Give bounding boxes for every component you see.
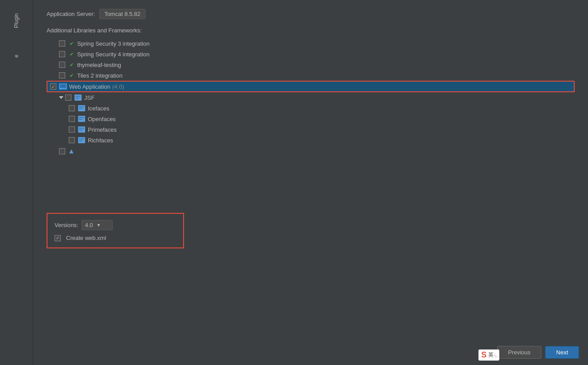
sidebar-e-label: e <box>13 55 20 58</box>
app-server-row: Application Server: Tomcat 8.5.82 <box>47 9 575 19</box>
checkbox-richfaces[interactable] <box>69 137 75 143</box>
item-version-webapp: (4.0) <box>112 83 124 90</box>
list-item-thymeleaf[interactable]: thymeleaf-testing <box>47 59 575 70</box>
checkbox-webapp[interactable] <box>50 83 56 90</box>
checkbox-jsf[interactable] <box>65 94 71 101</box>
svg-rect-10 <box>79 117 84 118</box>
checkbox-openfaces[interactable] <box>69 116 75 122</box>
more-icon: ▲ <box>68 147 75 155</box>
svg-rect-8 <box>79 108 82 109</box>
green-check-icon-thymeleaf <box>68 61 75 68</box>
item-label-thymeleaf: thymeleaf-testing <box>77 62 121 68</box>
svg-rect-16 <box>79 138 84 139</box>
version-value: 4.0 <box>85 222 93 228</box>
green-check-icon-spring3 <box>68 40 75 47</box>
checkbox-create-webxml[interactable] <box>55 235 61 241</box>
libraries-list: Spring Security 3 integration Spring Sec… <box>47 38 575 207</box>
list-item-jsf[interactable]: JSF <box>47 92 575 103</box>
create-webxml-row: Create web.xml <box>55 235 176 241</box>
previous-button[interactable]: Previous <box>497 346 542 359</box>
sogou-s-icon: S <box>481 350 486 360</box>
list-item-openfaces[interactable]: Openfaces <box>47 114 575 124</box>
item-label-spring3: Spring Security 3 integration <box>77 40 149 47</box>
checkbox-icefaces[interactable] <box>69 105 75 111</box>
list-item-richfaces[interactable]: Richfaces <box>47 135 575 145</box>
create-webxml-label: Create web.xml <box>66 235 106 241</box>
version-select[interactable]: 4.0 ▼ <box>82 220 113 230</box>
list-item-primefaces[interactable]: Primefaces <box>47 124 575 135</box>
list-item-spring4[interactable]: Spring Security 4 integration <box>47 49 575 59</box>
green-check-icon-spring4 <box>68 51 75 58</box>
svg-rect-17 <box>79 140 82 141</box>
svg-rect-7 <box>79 106 84 107</box>
version-select-arrow-icon: ▼ <box>97 223 101 228</box>
list-item-webapp[interactable]: Web Application (4.0) <box>47 81 575 92</box>
green-check-icon-tiles2 <box>68 72 75 79</box>
versions-label: Versions: <box>55 222 78 228</box>
svg-rect-14 <box>79 130 82 130</box>
list-item-tiles2[interactable]: Tiles 2 integration <box>47 70 575 81</box>
list-item-icefaces[interactable]: Icefaces <box>47 103 575 114</box>
svg-rect-5 <box>75 98 79 98</box>
versions-row: Versions: 4.0 ▼ <box>55 220 176 230</box>
libraries-section-label: Additional Libraries and Frameworks: <box>47 27 575 34</box>
jsf-icon <box>74 94 82 101</box>
item-label-primefaces: Primefaces <box>88 126 117 133</box>
next-button[interactable]: Next <box>545 346 579 359</box>
item-label-tiles2: Tiles 2 integration <box>77 72 122 79</box>
item-label-jsf: JSF <box>84 94 94 101</box>
item-label-webapp: Web Application <box>69 83 110 90</box>
svg-rect-11 <box>79 119 82 120</box>
web-app-icon <box>59 83 67 90</box>
list-item-spring3[interactable]: Spring Security 3 integration <box>47 38 575 49</box>
icefaces-icon <box>78 105 86 112</box>
app-server-value: Tomcat 8.5.82 <box>99 9 145 19</box>
item-label-openfaces: Openfaces <box>88 116 116 122</box>
app-server-label: Application Server: <box>47 11 95 17</box>
footer: Previous Next <box>488 340 588 365</box>
checkbox-tiles2[interactable] <box>59 72 65 78</box>
openfaces-icon <box>78 115 86 122</box>
list-item-more: ▲ <box>47 145 575 157</box>
main-content: Application Server: Tomcat 8.5.82 Additi… <box>33 0 588 365</box>
item-label-richfaces: Richfaces <box>88 137 113 144</box>
primefaces-icon <box>78 126 86 133</box>
svg-rect-13 <box>79 128 84 129</box>
item-label-spring4: Spring Security 4 integration <box>77 51 149 58</box>
details-panel: Versions: 4.0 ▼ Create web.xml <box>47 213 184 248</box>
richfaces-icon <box>78 137 86 144</box>
expand-triangle-jsf[interactable] <box>59 96 63 99</box>
item-label-icefaces: Icefaces <box>88 105 109 112</box>
checkbox-spring3[interactable] <box>59 40 65 47</box>
checkbox-spring4[interactable] <box>59 51 65 57</box>
sidebar-plugin-label: Plugin <box>13 13 20 28</box>
checkbox-primefaces[interactable] <box>69 126 75 133</box>
sidebar: Plugin e <box>0 0 33 365</box>
sogou-text: 英·, <box>488 351 497 359</box>
checkbox-thymeleaf[interactable] <box>59 62 65 68</box>
svg-rect-1 <box>60 84 66 88</box>
checkbox-more[interactable] <box>59 148 65 154</box>
svg-rect-2 <box>60 88 62 89</box>
svg-rect-4 <box>75 96 81 97</box>
sogou-badge: S 英·, <box>478 349 499 361</box>
